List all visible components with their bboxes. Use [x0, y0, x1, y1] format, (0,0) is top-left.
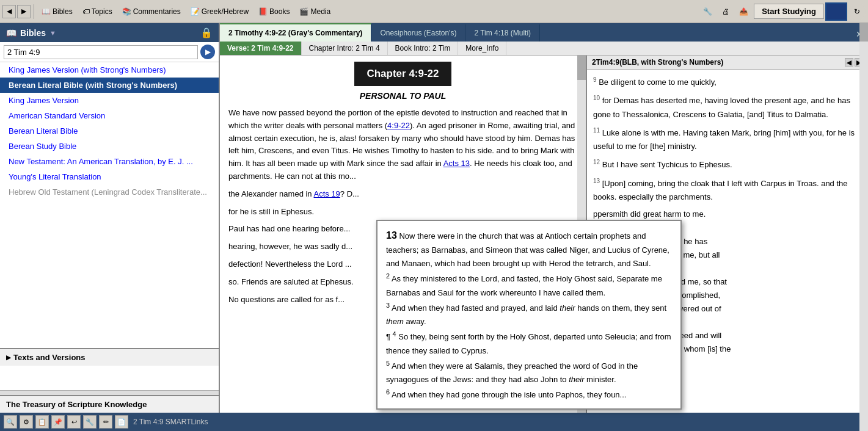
link-acts-19[interactable]: Acts 19	[314, 189, 340, 198]
bible-list: King James Version (with Strong's Number…	[0, 62, 219, 348]
texts-and-versions-label: Texts and Versions	[13, 353, 86, 362]
lock-icon: 🔒	[200, 27, 213, 38]
greek-icon: 📝	[191, 7, 200, 16]
verse-num-12: 12	[593, 159, 600, 165]
chapter-title: Chapter 4:9-22	[354, 62, 451, 86]
expand-arrow-icon: ▶	[6, 354, 11, 361]
bible-item-blb[interactable]: Berean Literal Bible	[0, 123, 219, 139]
blb-verse-10: 10 for Demas has deserted me, having lov…	[593, 93, 862, 121]
tool-bottom-button-3[interactable]: 📌	[51, 415, 65, 429]
tool-bottom-button-6[interactable]: ✏	[99, 415, 112, 429]
bible-item-bsb[interactable]: Berean Study Bible	[0, 139, 219, 154]
blb-header: 2Tim4:9(BLB, with Strong's Numbers) ◀ ▶	[587, 56, 868, 70]
media-button[interactable]: 🎬 Media	[295, 5, 335, 18]
tool-bottom-button-7[interactable]: 📄	[115, 415, 128, 429]
book-icon: 📖	[42, 7, 51, 16]
sidebar-scrollbar[interactable]	[0, 390, 219, 395]
tools-button[interactable]: 🔧	[699, 5, 717, 18]
commentaries-button[interactable]: 📚 Commentaries	[118, 5, 185, 18]
popup-text-1: Now there were in the church that was at…	[386, 231, 669, 268]
media-icon: 🎬	[299, 7, 308, 16]
verse-text-11: Luke alone is with me. Having taken Mark…	[593, 128, 855, 151]
texts-versions-content	[0, 366, 219, 390]
blb-verse-13: 13 [Upon] coming, bring the cloak that I…	[593, 176, 862, 205]
popup-verse-5: 5 And when they were at Salamis, they pr…	[386, 358, 672, 387]
refresh-button[interactable]: ↻	[848, 3, 866, 20]
sub-tab-book-intro[interactable]: Book Intro: 2 Tim	[388, 42, 459, 55]
nav-back-button[interactable]: ◀	[2, 5, 16, 18]
verse-text-13: [Upon] coming, bring the cloak that I le…	[593, 179, 848, 201]
commentaries-icon: 📚	[122, 7, 131, 16]
bible-item-ylt[interactable]: Young's Literal Translation	[0, 169, 219, 184]
blb-verse-9: 9 Be diligent to come to me quickly,	[593, 74, 862, 89]
verse-num-9: 9	[593, 76, 597, 83]
verse-text-9: Be diligent to come to me quickly,	[599, 78, 717, 87]
sidebar-search-bar: ▶	[0, 42, 219, 62]
blb-header-title: 2Tim4:9(BLB, with Strong's Numbers)	[592, 58, 723, 67]
bible-item-kjv-strongs[interactable]: King James Version (with Strong's Number…	[0, 62, 219, 78]
greek-hebrew-button[interactable]: 📝 Greek/Hebrew	[186, 5, 253, 18]
texts-and-versions-section[interactable]: ▶ Texts and Versions	[0, 348, 219, 366]
verse-text-12: But I have sent Tychicus to Ephesus.	[602, 161, 732, 170]
search-input[interactable]	[4, 45, 198, 59]
blb-scroll-left[interactable]: ◀	[845, 58, 853, 67]
popup-verse-2: 2 As they ministered to the Lord, and fa…	[386, 270, 672, 300]
tab-2tim-multi[interactable]: 2 Tim 4:18 (Multi)	[465, 24, 540, 42]
sub-tab-chapter-intro[interactable]: Chapter Intro: 2 Tim 4	[302, 42, 388, 55]
bible-item-blb-strongs[interactable]: Berean Literal Bible (with Strong's Numb…	[0, 78, 219, 93]
tab-onesiphorus[interactable]: Onesiphorus (Easton's)	[371, 24, 465, 42]
print-button[interactable]: 🖨	[718, 5, 734, 18]
blb-scrollbar[interactable]	[859, 70, 868, 413]
tool-bottom-button-4[interactable]: ↩	[67, 415, 81, 429]
tools-icon: 🔧	[703, 7, 712, 16]
start-studying-button[interactable]: Start Studying	[754, 4, 824, 19]
topics-icon: 🏷	[82, 7, 90, 16]
popup-overlay: 13 Now there were in the church that was…	[376, 220, 682, 410]
bible-item-nt-american[interactable]: New Testament: An American Translation, …	[0, 154, 219, 169]
dropdown-arrow-icon: ▼	[49, 29, 56, 37]
nav-forward-button[interactable]: ▶	[17, 5, 31, 18]
tab-grays-commentary[interactable]: 2 Timothy 4:9-22 (Gray's Commentary)	[220, 23, 371, 42]
tool-bottom-button-5[interactable]: 🔧	[83, 415, 97, 429]
print-icon: 🖨	[722, 7, 729, 16]
verse-num-10: 10	[593, 95, 600, 101]
verse-num-11: 11	[593, 127, 600, 134]
export-button[interactable]: 📤	[735, 5, 753, 18]
bottom-bar: 🔍 ⚙ 📋 📌 ↩ 🔧 ✏ 📄 2 Tim 4:9 SMARTLinks	[0, 413, 868, 431]
bible-icon: 📖	[6, 28, 16, 38]
topics-button[interactable]: 🏷 Topics	[78, 5, 117, 18]
bibles-button[interactable]: 📖 Bibles	[37, 5, 77, 18]
link-acts-13[interactable]: Acts 13	[443, 159, 470, 168]
blb-verse-12: 12 But I have sent Tychicus to Ephesus.	[593, 157, 862, 172]
bottom-status: 2 Tim 4:9 SMARTLinks	[133, 418, 208, 426]
sidebar-header: 📖 Bibles ▼ 🔒	[0, 23, 219, 42]
sub-tab-bar: Verse: 2 Tim 4:9-22 Chapter Intro: 2 Tim…	[220, 42, 868, 56]
sidebar: 📖 Bibles ▼ 🔒 ▶ King James Version (with …	[0, 23, 220, 413]
bible-item-kjv[interactable]: King James Version	[0, 93, 219, 108]
sub-tab-verse[interactable]: Verse: 2 Tim 4:9-22	[220, 42, 302, 55]
popup-verse-3: 3 And when they had fasted and prayed, a…	[386, 300, 672, 329]
sidebar-title: Bibles	[20, 28, 46, 38]
toolbar-separator-1	[34, 4, 34, 19]
global-search-box[interactable]	[825, 2, 847, 21]
chapter-title-block: Chapter 4:9-22	[228, 62, 577, 86]
bible-item-hebrew-ot[interactable]: Hebrew Old Testament (Leningrad Codex Tr…	[0, 184, 219, 200]
popup-content: 13 Now there were in the church that was…	[377, 221, 680, 408]
books-button[interactable]: 📕 Books	[254, 5, 294, 18]
search-bottom-button[interactable]: 🔍	[4, 415, 17, 429]
link-4-9-22[interactable]: 4:9-22	[387, 121, 410, 130]
popup-verse-6: 6 And when they had gone through the isl…	[386, 386, 672, 402]
tool-bottom-button-2[interactable]: 📋	[35, 415, 49, 429]
top-toolbar: ◀ ▶ 📖 Bibles 🏷 Topics 📚 Commentaries 📝 G…	[0, 0, 868, 23]
tool-bottom-button-1[interactable]: ⚙	[20, 415, 33, 429]
scroll-thumb[interactable]	[577, 56, 586, 80]
go-button[interactable]: ▶	[200, 45, 215, 59]
bible-item-asv[interactable]: American Standard Version	[0, 108, 219, 123]
books-icon: 📕	[258, 7, 268, 16]
export-icon: 📤	[739, 7, 748, 16]
chapter-subtitle: PERSONAL TO PAUL	[228, 91, 577, 101]
sub-tab-more-info[interactable]: More_Info	[458, 42, 506, 55]
verse-num-13: 13	[593, 178, 600, 184]
treasury-label: The Treasury of Scripture Knowledge	[6, 400, 147, 409]
treasury-section[interactable]: The Treasury of Scripture Knowledge	[0, 395, 219, 413]
